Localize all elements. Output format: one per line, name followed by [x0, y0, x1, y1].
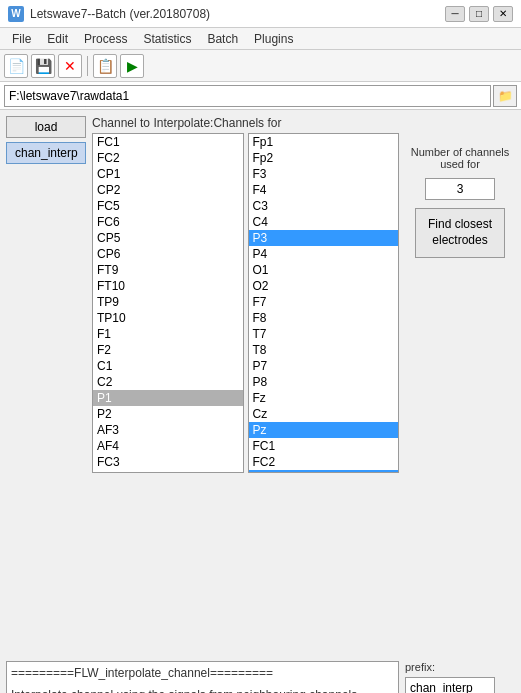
main-content: load chan_interp Channel to Interpolate:…	[0, 110, 521, 661]
menu-bar: File Edit Process Statistics Batch Plugi…	[0, 28, 521, 50]
list-item[interactable]: P3	[249, 230, 399, 246]
list-item[interactable]: CP1	[93, 166, 243, 182]
list-item[interactable]: AF3	[93, 422, 243, 438]
lists-container: FC1FC2CP1CP2FC5FC6CP5CP6FT9FT10TP9TP10F1…	[92, 133, 399, 655]
list-item[interactable]: CP2	[93, 182, 243, 198]
chan-interp-button[interactable]: chan_interp	[6, 142, 86, 164]
minimize-button[interactable]: ─	[445, 6, 465, 22]
list-item[interactable]: FC6	[93, 214, 243, 230]
title-bar: W Letswave7--Batch (ver.20180708) ─ □ ✕	[0, 0, 521, 28]
list-item[interactable]: CP1	[249, 470, 399, 473]
right-controls: prefix: save Script	[405, 661, 515, 693]
find-electrodes-button[interactable]: Find closest electrodes	[415, 208, 505, 258]
list-item[interactable]: F4	[249, 182, 399, 198]
description-header: =========FLW_interpolate_channel========…	[7, 662, 398, 684]
new-button[interactable]: 📄	[4, 54, 28, 78]
save-toolbar-button[interactable]: 💾	[31, 54, 55, 78]
path-input[interactable]	[4, 85, 491, 107]
right-panel: Number of channels used for Find closest…	[405, 116, 515, 655]
list-item[interactable]: Cz	[249, 406, 399, 422]
bottom-panels: =========FLW_interpolate_channel========…	[6, 661, 515, 693]
menu-file[interactable]: File	[4, 30, 39, 48]
list-item[interactable]: C4	[249, 214, 399, 230]
list-item[interactable]: P8	[249, 374, 399, 390]
list-item[interactable]: CP6	[93, 246, 243, 262]
list-item[interactable]: T8	[249, 342, 399, 358]
folder-icon: 📁	[498, 89, 513, 103]
list-item[interactable]: FC2	[93, 150, 243, 166]
list-item[interactable]: FT10	[93, 278, 243, 294]
list-item[interactable]: F1	[93, 326, 243, 342]
list-item[interactable]: TP9	[93, 294, 243, 310]
list-item[interactable]: F7	[249, 294, 399, 310]
menu-plugins[interactable]: Plugins	[246, 30, 301, 48]
maximize-button[interactable]: □	[469, 6, 489, 22]
list-item[interactable]: FC5	[93, 198, 243, 214]
channel-list-2[interactable]: Fp1Fp2F3F4C3C4P3P4O1O2F7F8T7T8P7P8FzCzPz…	[248, 133, 400, 473]
list-item[interactable]: O1	[249, 262, 399, 278]
menu-statistics[interactable]: Statistics	[135, 30, 199, 48]
window-title: Letswave7--Batch (ver.20180708)	[30, 7, 210, 21]
load-button[interactable]: load	[6, 116, 86, 138]
list-item[interactable]: FC1	[93, 134, 243, 150]
close-toolbar-button[interactable]: ✕	[58, 54, 82, 78]
description-box: =========FLW_interpolate_channel========…	[6, 661, 399, 693]
list-item[interactable]: P1	[93, 390, 243, 406]
prefix-label: prefix:	[405, 661, 515, 673]
list-item[interactable]: Fp2	[249, 150, 399, 166]
list-item[interactable]: C2	[93, 374, 243, 390]
run-toolbar-button[interactable]: ▶	[120, 54, 144, 78]
center-panel: Channel to Interpolate:Channels for FC1F…	[92, 116, 399, 655]
description-body: Interpolate channel using the signals fr…	[7, 684, 398, 693]
list-item[interactable]: FC1	[249, 438, 399, 454]
list-item[interactable]: CP5	[93, 230, 243, 246]
list-item[interactable]: F2	[93, 342, 243, 358]
channel-list-1[interactable]: FC1FC2CP1CP2FC5FC6CP5CP6FT9FT10TP9TP10F1…	[92, 133, 244, 473]
list-item[interactable]: Fp1	[249, 134, 399, 150]
list-item[interactable]: AF4	[93, 438, 243, 454]
list-item[interactable]: Fz	[249, 390, 399, 406]
list-item[interactable]: P7	[249, 358, 399, 374]
list-item[interactable]: TP10	[93, 310, 243, 326]
list-item[interactable]: Pz	[249, 422, 399, 438]
num-channels-input[interactable]	[425, 178, 495, 200]
num-channels-label: Number of channels used for	[405, 146, 515, 170]
list-item[interactable]: P4	[249, 246, 399, 262]
list-item[interactable]: FC4	[93, 470, 243, 473]
menu-process[interactable]: Process	[76, 30, 135, 48]
list-item[interactable]: FT9	[93, 262, 243, 278]
menu-edit[interactable]: Edit	[39, 30, 76, 48]
list-item[interactable]: F8	[249, 310, 399, 326]
list-item[interactable]: FC2	[249, 454, 399, 470]
browse-button[interactable]: 📁	[493, 85, 517, 107]
list-item[interactable]: T7	[249, 326, 399, 342]
left-panel: load chan_interp	[6, 116, 86, 655]
copy-button[interactable]: 📋	[93, 54, 117, 78]
toolbar: 📄 💾 ✕ 📋 ▶	[0, 50, 521, 82]
separator	[87, 56, 88, 76]
list-item[interactable]: C1	[93, 358, 243, 374]
channels-header: Channel to Interpolate:Channels for	[92, 116, 399, 130]
list-item[interactable]: C3	[249, 198, 399, 214]
bottom-section: =========FLW_interpolate_channel========…	[0, 661, 521, 693]
list-item[interactable]: F3	[249, 166, 399, 182]
list-item[interactable]: P2	[93, 406, 243, 422]
prefix-input[interactable]	[405, 677, 495, 693]
close-button[interactable]: ✕	[493, 6, 513, 22]
path-bar: 📁	[0, 82, 521, 110]
window-controls[interactable]: ─ □ ✕	[445, 6, 513, 22]
list-item[interactable]: FC3	[93, 454, 243, 470]
list-item[interactable]: O2	[249, 278, 399, 294]
app-icon: W	[8, 6, 24, 22]
menu-batch[interactable]: Batch	[199, 30, 246, 48]
